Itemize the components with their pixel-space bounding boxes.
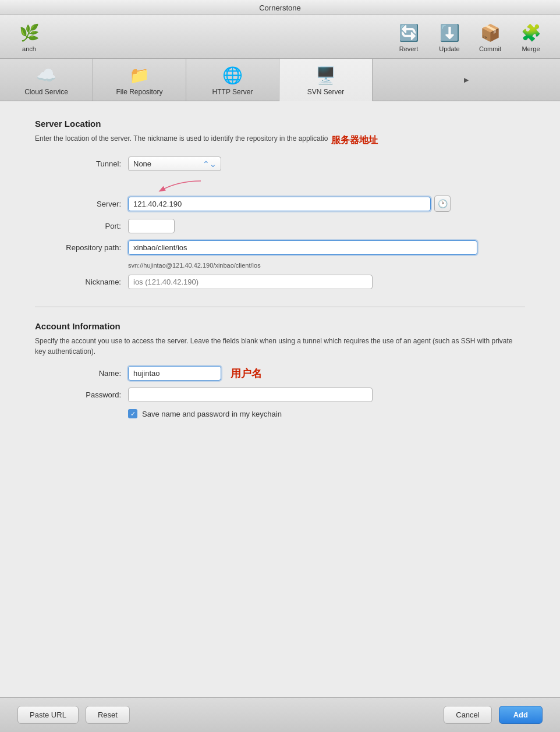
password-input[interactable] — [128, 388, 373, 402]
revert-icon: 🔄 — [397, 21, 420, 44]
app-title: Cornerstone — [259, 3, 301, 12]
main-content: Server Location Enter the location of th… — [0, 101, 560, 697]
tab-http[interactable]: 🌐 HTTP Server — [186, 59, 279, 101]
password-field — [128, 388, 525, 402]
merge-icon: 🧩 — [519, 21, 543, 44]
server-section-title: Server Location — [35, 119, 525, 129]
name-input[interactable] — [128, 366, 221, 381]
paste-url-button[interactable]: Paste URL — [17, 706, 79, 724]
tab-cloud-label: Cloud Service — [24, 88, 68, 96]
branch-icon: 🌿 — [17, 21, 41, 44]
branch-label: anch — [22, 45, 36, 52]
add-button[interactable]: Add — [499, 706, 543, 724]
nickname-label: Nickname: — [35, 278, 128, 286]
section-divider — [35, 307, 525, 307]
port-row: Port: — [35, 219, 525, 233]
keychain-checkbox[interactable]: ✓ — [128, 409, 137, 418]
port-field — [128, 219, 525, 233]
tab-file[interactable]: 📁 File Repository — [93, 59, 186, 101]
password-row: Password: — [35, 388, 525, 402]
merge-label: Merge — [522, 45, 540, 52]
tunnel-field: None SSH ⌃⌄ — [128, 157, 525, 171]
branch-button[interactable]: 🌿 anch — [12, 19, 47, 55]
tab-file-label: File Repository — [116, 88, 162, 96]
clock-button[interactable]: 🕐 — [434, 196, 451, 212]
nickname-input[interactable] — [128, 275, 373, 289]
tab-cloud[interactable]: ☁️ Cloud Service — [0, 59, 93, 101]
nickname-field — [128, 275, 525, 289]
commit-icon: 📦 — [479, 21, 502, 44]
repo-row: Repository path: — [35, 240, 525, 255]
server-desc-text: Enter the location of the server. The ni… — [35, 133, 328, 144]
title-bar: Cornerstone — [0, 0, 560, 15]
keychain-label: Save name and password in my keychain — [142, 410, 282, 418]
name-label: Name: — [35, 369, 128, 378]
update-button[interactable]: ⬇️ Update — [432, 19, 467, 55]
tunnel-select-wrapper: None SSH ⌃⌄ — [128, 157, 221, 171]
tab-bar: ☁️ Cloud Service 📁 File Repository 🌐 HTT… — [0, 59, 560, 101]
update-icon: ⬇️ — [438, 21, 461, 44]
account-section-title: Account Information — [35, 321, 525, 331]
port-label: Port: — [35, 222, 128, 230]
tunnel-label: Tunnel: — [35, 159, 128, 168]
reset-button[interactable]: Reset — [86, 706, 130, 724]
repo-field — [128, 240, 525, 255]
port-input[interactable] — [128, 219, 175, 233]
account-section-desc: Specify the account you use to access th… — [35, 336, 525, 357]
merge-button[interactable]: 🧩 Merge — [513, 19, 548, 55]
globe-icon: 🌐 — [222, 65, 243, 86]
server-section: Server Location Enter the location of th… — [35, 119, 525, 289]
keychain-row: ✓ Save name and password in my keychain — [35, 409, 525, 418]
update-label: Update — [439, 45, 459, 52]
tab-svn[interactable]: 🖥️ SVN Server — [279, 59, 373, 101]
server-row: Server: 🕐 — [35, 196, 525, 212]
commit-label: Commit — [479, 45, 501, 52]
username-annotation: 用户名 — [231, 367, 262, 381]
name-row: Name: 用户名 — [35, 366, 525, 381]
folder-icon: 📁 — [129, 65, 150, 86]
revert-button[interactable]: 🔄 Revert — [391, 19, 426, 55]
server-label: Server: — [35, 200, 128, 208]
cloud-icon: ☁️ — [36, 65, 57, 86]
revert-label: Revert — [399, 45, 418, 52]
tunnel-row: Tunnel: None SSH ⌃⌄ — [35, 157, 525, 171]
server-field: 🕐 — [128, 196, 525, 212]
arrow-annotation — [143, 178, 212, 196]
repo-label: Repository path: — [35, 243, 128, 252]
svn-url-text: svn://hujintao@121.40.42.190/xinbao/clie… — [35, 262, 525, 269]
server-icon: 🖥️ — [316, 65, 336, 86]
cancel-button[interactable]: Cancel — [444, 706, 491, 724]
server-annotation: 服务器地址 — [331, 133, 378, 147]
tunnel-select[interactable]: None SSH — [128, 157, 221, 171]
tab-more[interactable]: ▶ — [373, 59, 560, 101]
clock-icon: 🕐 — [438, 199, 448, 208]
password-label: Password: — [35, 390, 128, 399]
nickname-row: Nickname: — [35, 275, 525, 289]
server-section-desc: Enter the location of the server. The ni… — [35, 133, 525, 147]
footer: Paste URL Reset Cancel Add — [0, 697, 560, 732]
tab-http-label: HTTP Server — [212, 88, 253, 96]
account-desc-text: Specify the account you use to access th… — [35, 336, 525, 357]
server-input[interactable] — [128, 197, 431, 211]
commit-button[interactable]: 📦 Commit — [473, 19, 508, 55]
repo-input[interactable] — [128, 240, 477, 255]
tab-svn-label: SVN Server — [307, 88, 344, 96]
name-field: 用户名 — [128, 366, 525, 381]
toolbar: 🌿 anch 🔄 Revert ⬇️ Update 📦 Commit 🧩 Mer… — [0, 15, 560, 59]
account-section: Account Information Specify the account … — [35, 321, 525, 418]
